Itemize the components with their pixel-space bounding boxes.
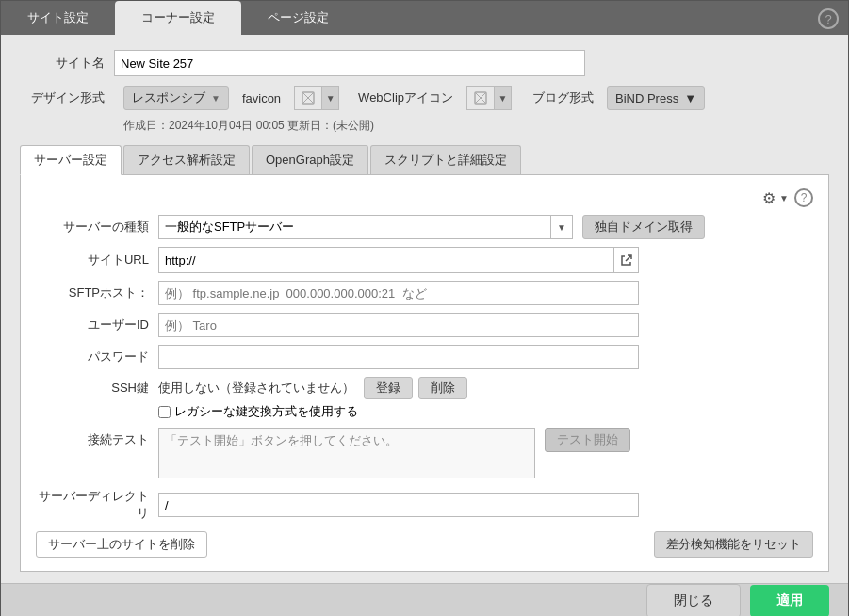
legacy-key-label: レガシーな鍵交換方式を使用する [174, 403, 358, 420]
server-type-label: サーバーの種類 [36, 219, 158, 235]
server-bottom-actions: サーバー上のサイトを削除 差分検知機能をリセット [36, 531, 813, 558]
test-start-button[interactable]: テスト開始 [545, 428, 630, 452]
reset-diff-button[interactable]: 差分検知機能をリセット [654, 531, 813, 558]
close-button[interactable]: 閉じる [646, 584, 741, 616]
server-panel: ⚙ ▼ ? サーバーの種類 一般的なSFTPサーバー ▼ 独自ドメイン取得 サイ… [20, 175, 829, 572]
ssh-key-row: SSH鍵 使用しない（登録されていません） 登録 削除 [36, 377, 813, 399]
design-row: デザイン形式 レスポンシブ ▼ favicon ▼ WebClipアイコン [20, 86, 829, 110]
tab-site-settings[interactable]: サイト設定 [1, 1, 115, 35]
created-date: 作成日：2024年10月04日 00:05 更新日：(未公開) [123, 118, 829, 134]
design-chevron-icon: ▼ [211, 93, 220, 104]
site-name-label: サイト名 [20, 55, 114, 72]
main-window: サイト設定 コーナー設定 ページ設定 ? サイト名 デザイン形式 レスポンシブ … [0, 0, 849, 616]
blog-select[interactable]: BiND Press ▼ [607, 86, 705, 110]
sub-tab-access-analysis[interactable]: アクセス解析設定 [123, 145, 250, 174]
server-dir-row: サーバーディレクトリ [36, 488, 813, 522]
favicon-label: favicon [242, 91, 281, 105]
server-type-chevron-icon[interactable]: ▼ [550, 216, 572, 238]
favicon-preview [294, 86, 322, 110]
webclip-label: WebClipアイコン [358, 89, 453, 106]
delete-server-button[interactable]: サーバー上のサイトを削除 [36, 531, 207, 558]
site-url-label: サイトURL [36, 251, 158, 268]
ssh-checkbox-row: レガシーな鍵交換方式を使用する [158, 403, 813, 420]
site-name-input[interactable] [114, 50, 585, 76]
sub-tab-scripts[interactable]: スクリプトと詳細設定 [370, 145, 521, 174]
connection-test-output [158, 428, 535, 478]
help-icon-top[interactable]: ? [818, 8, 839, 29]
blog-label: ブログ形式 [532, 89, 594, 106]
gear-chevron-icon: ▼ [779, 193, 789, 203]
server-dir-input[interactable] [158, 493, 639, 517]
settings-gear-btn[interactable]: ⚙ ▼ [762, 189, 789, 207]
site-url-wrap [158, 247, 639, 273]
user-id-row: ユーザーID [36, 313, 813, 337]
connection-test-row: 接続テスト テスト開始 [36, 428, 813, 478]
server-dir-label: サーバーディレクトリ [36, 488, 158, 522]
apply-button[interactable]: 適用 [750, 585, 829, 616]
sub-tab-opengraph[interactable]: OpenGraph設定 [252, 145, 368, 174]
tab-page-settings[interactable]: ページ設定 [241, 1, 355, 35]
sftp-host-label: SFTPホスト： [36, 284, 158, 301]
gear-icon: ⚙ [762, 189, 776, 207]
password-label: パスワード [36, 349, 158, 365]
tab-corner-settings[interactable]: コーナー設定 [115, 1, 241, 35]
design-label: デザイン形式 [20, 89, 114, 106]
design-value: レスポンシブ [132, 89, 205, 106]
ssh-register-button[interactable]: 登録 [364, 377, 413, 399]
bottom-action-bar: 閉じる 適用 [1, 583, 848, 616]
webclip-chevron-icon[interactable]: ▼ [495, 86, 512, 110]
user-id-label: ユーザーID [36, 316, 158, 333]
webclip-preview [466, 86, 495, 110]
blog-chevron-icon: ▼ [684, 91, 696, 105]
ssh-key-label: SSH鍵 [36, 380, 158, 397]
password-row: パスワード [36, 345, 813, 369]
help-icon-server[interactable]: ? [794, 188, 813, 207]
password-input[interactable] [158, 345, 639, 369]
server-type-value: 一般的なSFTPサーバー [159, 219, 550, 235]
user-id-input[interactable] [158, 313, 639, 337]
site-url-input[interactable] [159, 248, 613, 272]
external-link-icon[interactable] [613, 248, 638, 272]
legacy-key-checkbox[interactable] [158, 406, 171, 418]
sub-tab-server-settings[interactable]: サーバー設定 [20, 145, 122, 175]
ssh-key-status: 使用しない（登録されていません） [158, 380, 354, 397]
server-type-row: サーバーの種類 一般的なSFTPサーバー ▼ 独自ドメイン取得 [36, 215, 813, 239]
favicon-chevron-icon[interactable]: ▼ [322, 86, 339, 110]
top-tab-bar: サイト設定 コーナー設定 ページ設定 ? [1, 1, 848, 35]
webclip-select[interactable]: ▼ [466, 86, 512, 110]
sftp-host-input[interactable] [158, 281, 639, 305]
get-domain-button[interactable]: 独自ドメイン取得 [582, 215, 705, 239]
blog-value: BiND Press [615, 91, 678, 105]
design-select[interactable]: レスポンシブ ▼ [123, 86, 229, 110]
site-name-row: サイト名 [20, 50, 829, 76]
ssh-delete-button[interactable]: 削除 [418, 377, 467, 399]
sub-tab-bar: サーバー設定 アクセス解析設定 OpenGraph設定 スクリプトと詳細設定 [20, 145, 829, 175]
main-content-area: サイト名 デザイン形式 レスポンシブ ▼ favicon ▼ [1, 35, 848, 583]
site-url-row: サイトURL [36, 247, 813, 273]
favicon-select[interactable]: ▼ [294, 86, 339, 110]
connection-test-label: 接続テスト [36, 428, 158, 448]
sftp-host-row: SFTPホスト： [36, 281, 813, 305]
